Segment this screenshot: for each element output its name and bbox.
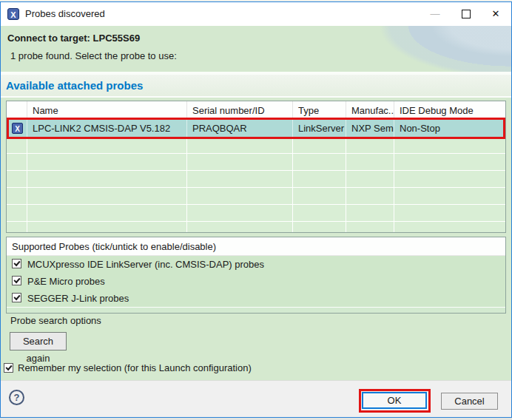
supported-probe-row-linkserver[interactable]: MCUXpresso IDE LinkServer (inc. CMSIS-DA… [7,256,505,274]
titlebar: X Probes discovered — ✕ [1,2,511,26]
mcuxpresso-x-icon: X [12,123,23,134]
remember-selection-label: Remember my selection (for this Launch c… [18,362,252,374]
search-again-button[interactable]: Search again [10,332,67,350]
question-icon: ? [14,392,20,403]
ok-button[interactable]: OK [362,392,427,409]
remember-selection-checkbox[interactable] [4,363,13,373]
probe-debug-mode-cell: Non-Stop [394,120,503,137]
supported-probe-label: SEGGER J-Link probes [27,290,129,307]
probe-search-options-label: Probe search options [10,315,101,328]
supported-probes-header: Supported Probes (tick/untick to enable/… [7,237,505,256]
checkbox-linkserver-probes[interactable] [12,259,21,268]
close-button[interactable]: ✕ [483,2,508,26]
probe-found-subtitle: 1 probe found. Select the probe to use: [10,50,177,61]
mcuxpresso-logo-icon: X [7,8,19,20]
decorative-wave [374,26,511,72]
supported-probe-row-pemicro[interactable]: P&E Micro probes [7,273,505,291]
selected-probe-row[interactable]: X LPC-LINK2 CMSIS-DAP V5.182 PRAQBQAR Li… [9,120,503,137]
annotation-box-selected-row: X LPC-LINK2 CMSIS-DAP V5.182 PRAQBQAR Li… [7,118,505,139]
probe-icon-cell: X [9,120,27,137]
supported-probe-row-segger[interactable]: SEGGER J-Link probes [7,290,505,308]
supported-probes-panel: Supported Probes (tick/untick to enable/… [6,237,506,314]
help-button[interactable]: ? [9,390,24,405]
section-header-band: Available attached probes [1,75,511,98]
maximize-icon [462,10,471,18]
connect-target-title: Connect to target: LPC55S69 [7,33,140,44]
footer-bar: ? OK Cancel [1,380,511,417]
probes-discovered-dialog: X Probes discovered — ✕ Connect to targe… [0,1,512,418]
supported-probe-label: P&E Micro probes [27,273,105,290]
probes-table: Name Serial number/ID Type Manufac... ID… [6,101,506,233]
window-title: Probes discovered [25,2,105,26]
close-icon: ✕ [492,8,500,19]
probe-name-cell: LPC-LINK2 CMSIS-DAP V5.182 [27,120,187,137]
screen: X Probes discovered — ✕ Connect to targe… [0,0,512,420]
probe-type-cell: LinkServer [293,120,346,137]
annotation-box-ok: OK [359,389,431,413]
minimize-icon: — [431,8,440,19]
supported-probe-label: MCUXpresso IDE LinkServer (inc. CMSIS-DA… [27,256,264,273]
checkbox-pe-micro-probes[interactable] [12,276,21,285]
cancel-button[interactable]: Cancel [441,393,498,410]
header-banner: Connect to target: LPC55S69 1 probe foun… [1,26,511,72]
probe-serial-cell: PRAQBQAR [187,120,293,137]
section-title: Available attached probes [6,75,143,96]
checkbox-segger-jlink-probes[interactable] [12,293,21,302]
minimize-button[interactable]: — [422,2,448,26]
probe-manufacturer-cell: NXP Semico [346,120,394,137]
maximize-button[interactable] [454,2,479,26]
